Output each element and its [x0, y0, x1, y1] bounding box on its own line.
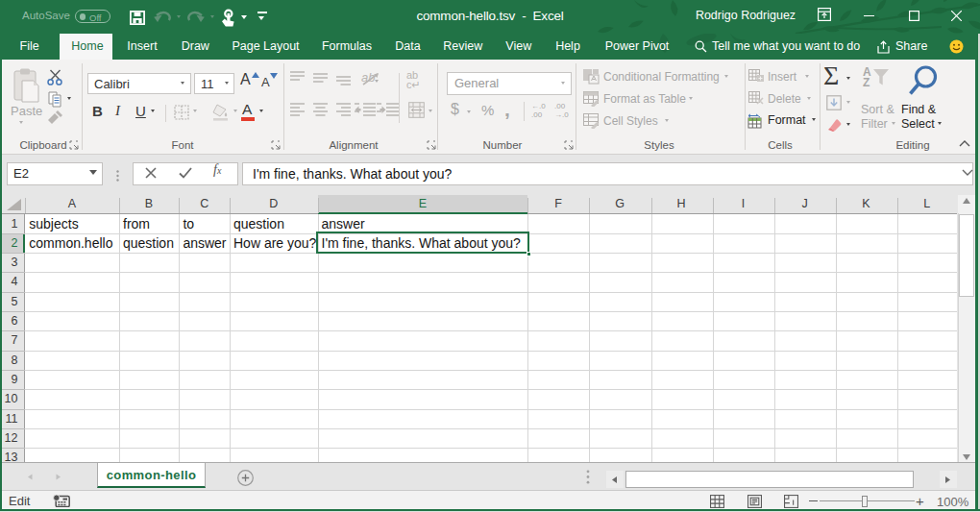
svg-text:c↵: c↵	[406, 79, 421, 90]
